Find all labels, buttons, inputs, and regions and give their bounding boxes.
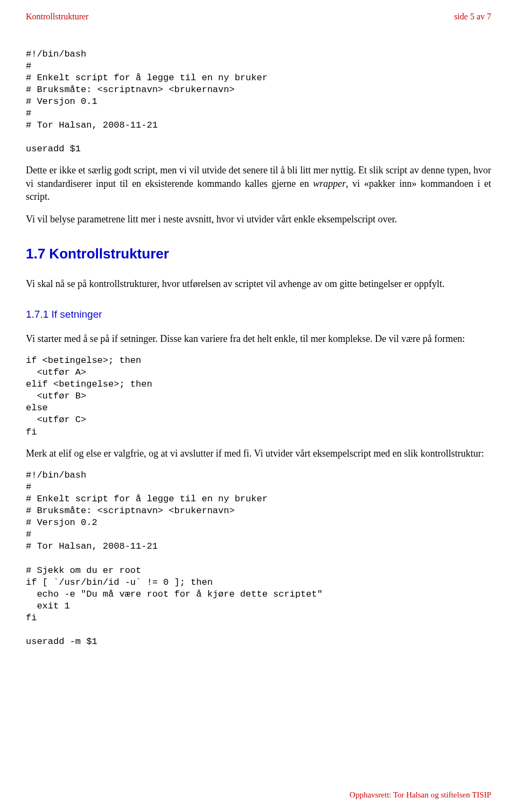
page-header: Kontrollstrukturer side 5 av 7 [26, 11, 491, 23]
page-footer-copyright: Opphavsrett: Tor Halsan og stiftelsen TI… [350, 789, 491, 800]
code-block-3: #!/bin/bash # # Enkelt script for å legg… [26, 470, 491, 648]
paragraph-2: Vi vil belyse parametrene litt mer i nes… [26, 213, 491, 226]
code-block-2: if <betingelse>; then <utfør A> elif <be… [26, 355, 491, 438]
subsection-heading: 1.7.1 If setninger [26, 307, 491, 321]
paragraph-5: Merk at elif og else er valgfrie, og at … [26, 447, 491, 460]
code-block-1: #!/bin/bash # # Enkelt script for å legg… [26, 48, 491, 156]
paragraph-1-wrapper-term: wrapper [313, 178, 346, 189]
header-page-number: side 5 av 7 [454, 11, 491, 23]
paragraph-4: Vi starter med å se på if setninger. Dis… [26, 332, 491, 345]
paragraph-1: Dette er ikke et særlig godt script, men… [26, 164, 491, 203]
paragraph-3: Vi skal nå se på kontrollstrukturer, hvo… [26, 277, 491, 290]
page: Kontrollstrukturer side 5 av 7 #!/bin/ba… [0, 0, 517, 812]
section-heading: 1.7 Kontrollstrukturer [26, 244, 491, 263]
header-section-title: Kontrollstrukturer [26, 11, 88, 23]
